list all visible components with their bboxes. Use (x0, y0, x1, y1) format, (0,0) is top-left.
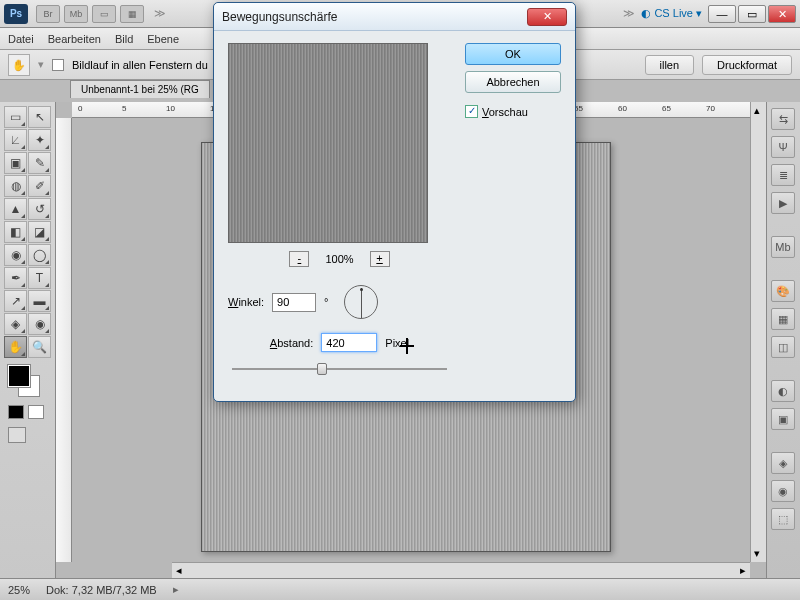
lasso-tool[interactable]: ⟀ (4, 129, 27, 151)
angle-label: Winkel: (228, 296, 264, 308)
distance-input[interactable] (321, 333, 377, 352)
3d-tool[interactable]: ◈ (4, 313, 27, 335)
zoom-percent: 100% (325, 253, 353, 265)
healing-tool[interactable]: ◍ (4, 175, 27, 197)
marquee-tool[interactable]: ▭ (4, 106, 27, 128)
swap-colors-icon[interactable] (28, 405, 44, 419)
app-logo: Ps (4, 4, 28, 24)
channels-panel-icon[interactable]: ◉ (771, 480, 795, 502)
eyedropper-tool[interactable]: ✎ (28, 152, 51, 174)
scroll-all-checkbox[interactable] (52, 59, 64, 71)
collapse-icon[interactable]: ⇆ (771, 108, 795, 130)
angle-dial[interactable] (344, 285, 378, 319)
color-panel-icon[interactable]: 🎨 (771, 280, 795, 302)
ok-button[interactable]: OK (465, 43, 561, 65)
doc-info[interactable]: Dok: 7,32 MB/7,32 MB (46, 584, 157, 596)
swatches-panel-icon[interactable]: ▦ (771, 308, 795, 330)
scroll-all-label: Bildlauf in allen Fenstern du (72, 59, 208, 71)
panels-dock: ⇆ Ψ ≣ ▶ Mb 🎨 ▦ ◫ ◐ ▣ ◈ ◉ ⬚ (766, 102, 800, 578)
chevron-right-icon: ≫ (154, 7, 166, 20)
zoom-level[interactable]: 25% (8, 584, 30, 596)
menu-image[interactable]: Bild (115, 33, 133, 45)
styles-panel-icon[interactable]: ◫ (771, 336, 795, 358)
minibridge-panel-icon[interactable]: Mb (771, 236, 795, 258)
horizontal-scrollbar[interactable]: ◂▸ (172, 562, 750, 578)
text-cursor-icon (400, 338, 402, 354)
status-bar: 25% Dok: 7,32 MB/7,32 MB ▸ (0, 578, 800, 600)
tools-panel: ▭↖ ⟀✦ ▣✎ ◍✐ ▲↺ ◧◪ ◉◯ ✒T ↗▬ ◈◉ ✋🔍 (0, 102, 56, 578)
path-select-tool[interactable]: ↗ (4, 290, 27, 312)
slider-thumb[interactable] (317, 363, 327, 375)
dialog-title: Bewegungsunschärfe (222, 10, 337, 24)
foreground-color[interactable] (8, 365, 30, 387)
menu-edit[interactable]: Bearbeiten (48, 33, 101, 45)
eraser-tool[interactable]: ◧ (4, 221, 27, 243)
cancel-button[interactable]: Abbrechen (465, 71, 561, 93)
bridge-icon[interactable]: Br (36, 5, 60, 23)
menu-layer[interactable]: Ebene (147, 33, 179, 45)
dialog-close-button[interactable]: ✕ (527, 8, 567, 26)
blur-tool[interactable]: ◉ (4, 244, 27, 266)
title-quick-icons: Br Mb ▭ ▦ (36, 5, 144, 23)
angle-input[interactable] (272, 293, 316, 312)
pen-tool[interactable]: ✒ (4, 267, 27, 289)
motion-blur-dialog: Bewegungsunschärfe ✕ - 100% + Winkel: ° … (213, 2, 576, 402)
minimize-button[interactable]: — (708, 5, 736, 23)
preview-checkbox[interactable]: ✓ (465, 105, 478, 118)
color-swatches[interactable] (4, 365, 44, 401)
filter-preview[interactable] (228, 43, 428, 243)
view-icon[interactable]: ▦ (120, 5, 144, 23)
move-tool[interactable]: ↖ (28, 106, 51, 128)
type-tool[interactable]: T (28, 267, 51, 289)
dodge-tool[interactable]: ◯ (28, 244, 51, 266)
distance-slider[interactable] (228, 360, 451, 378)
default-colors-icon[interactable] (8, 405, 24, 419)
vertical-ruler (56, 118, 72, 562)
angle-unit: ° (324, 296, 328, 308)
preview-label: Vorschau (482, 106, 528, 118)
close-button[interactable]: ✕ (768, 5, 796, 23)
zoom-tool[interactable]: 🔍 (28, 336, 51, 358)
magic-wand-tool[interactable]: ✦ (28, 129, 51, 151)
crop-tool[interactable]: ▣ (4, 152, 27, 174)
actions-panel-icon[interactable]: ▶ (771, 192, 795, 214)
3d-camera-tool[interactable]: ◉ (28, 313, 51, 335)
paths-panel-icon[interactable]: ⬚ (771, 508, 795, 530)
document-tab[interactable]: Unbenannt-1 bei 25% (RG (70, 80, 210, 98)
layers-panel-icon[interactable]: ◈ (771, 452, 795, 474)
zoom-in-button[interactable]: + (370, 251, 390, 267)
hand-tool-icon[interactable]: ✋ (8, 54, 30, 76)
chevron-right-icon: ≫ (623, 7, 635, 20)
gradient-tool[interactable]: ◪ (28, 221, 51, 243)
history-panel-icon[interactable]: ≣ (771, 164, 795, 186)
hand-tool[interactable]: ✋ (4, 336, 27, 358)
quickmask-icon[interactable] (8, 427, 26, 443)
menu-file[interactable]: Datei (8, 33, 34, 45)
zoom-out-button[interactable]: - (289, 251, 309, 267)
adjustments-panel-icon[interactable]: ◐ (771, 380, 795, 402)
masks-panel-icon[interactable]: ▣ (771, 408, 795, 430)
history-brush-tool[interactable]: ↺ (28, 198, 51, 220)
maximize-button[interactable]: ▭ (738, 5, 766, 23)
usb-icon[interactable]: Ψ (771, 136, 795, 158)
cslive-menu[interactable]: ◐ CS Live ▾ (641, 7, 702, 20)
vertical-scrollbar[interactable]: ▴▾ (750, 102, 766, 562)
distance-label: Abstand: (270, 337, 313, 349)
screen-mode-icon[interactable]: ▭ (92, 5, 116, 23)
minibridge-icon[interactable]: Mb (64, 5, 88, 23)
fill-button[interactable]: illen (645, 55, 695, 75)
shape-tool[interactable]: ▬ (28, 290, 51, 312)
stamp-tool[interactable]: ▲ (4, 198, 27, 220)
dialog-title-bar[interactable]: Bewegungsunschärfe ✕ (214, 3, 575, 31)
print-format-button[interactable]: Druckformat (702, 55, 792, 75)
brush-tool[interactable]: ✐ (28, 175, 51, 197)
